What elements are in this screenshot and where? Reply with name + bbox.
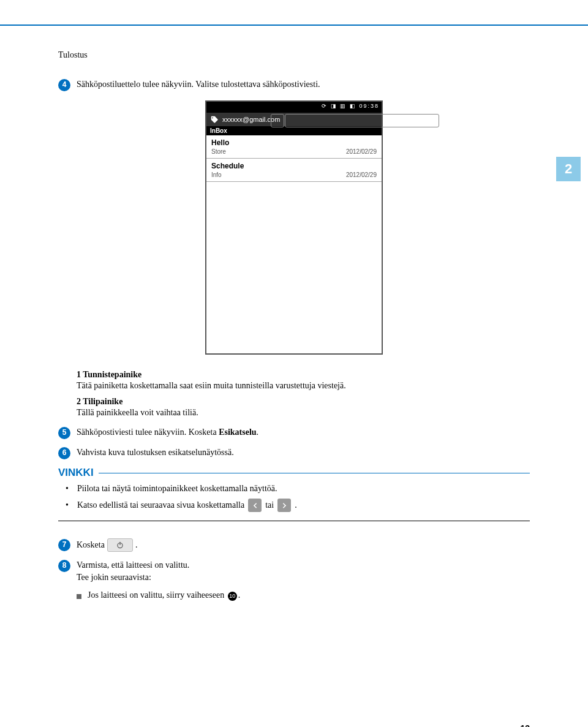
- mail-2-from: Info: [211, 171, 222, 178]
- page-number: 13: [520, 723, 530, 727]
- step-7: 7 Kosketa .: [58, 538, 530, 552]
- screenshot-figure: 1 2 ⟳ ◨ ▥ ◧ 09:38 xxxxxx@gmail.com: [58, 100, 530, 355]
- step-4: 4 Sähköpostiluettelo tulee näkyviin. Val…: [58, 78, 530, 91]
- phone-body-blank: [206, 182, 382, 353]
- status-icons: ⟳ ◨ ▥ ◧ 09:38: [322, 103, 379, 109]
- step-8: 8 Varmista, että laitteesi on valittu. T…: [58, 559, 530, 583]
- vinkki-rule: [99, 473, 530, 473]
- vinkki-item-1: Piilota tai näytä toimintopainikkeet kos…: [66, 484, 530, 494]
- print-power-icon[interactable]: [107, 538, 133, 552]
- step-8-bullet: 8: [58, 560, 70, 572]
- inbox-label: InBox: [206, 126, 382, 135]
- mail-item-2[interactable]: Schedule Info 2012/02/29: [206, 159, 382, 182]
- step-5-bullet: 5: [58, 427, 70, 439]
- definition-1-body: Tätä painiketta koskettamalla saat esiin…: [77, 381, 530, 391]
- definition-1: 1 Tunnistepainike Tätä painiketta kosket…: [77, 370, 530, 391]
- mail-2-date: 2012/02/29: [346, 171, 377, 178]
- ref-step-10: 10: [228, 592, 237, 601]
- account-bar[interactable]: xxxxxx@gmail.com: [206, 113, 382, 126]
- definition-2-body: Tällä painikkeella voit vaihtaa tiliä.: [77, 408, 530, 418]
- definition-2-head: 2 Tilipainike: [77, 397, 530, 407]
- step-6-text: Vahvista kuva tulostuksen esikatselunäyt…: [77, 446, 530, 459]
- step-5: 5 Sähköpostiviesti tulee näkyviin. Koske…: [58, 426, 530, 439]
- status-bar: ⟳ ◨ ▥ ◧ 09:38: [206, 102, 382, 113]
- step-6-bullet: 6: [58, 447, 70, 459]
- step-6: 6 Vahvista kuva tulostuksen esikatselunä…: [58, 446, 530, 459]
- svg-rect-1: [119, 542, 120, 545]
- mail-1-from: Store: [211, 148, 226, 155]
- step-4-text: Sähköpostiluettelo tulee näkyviin. Valit…: [77, 78, 530, 91]
- account-email[interactable]: xxxxxx@gmail.com: [222, 116, 280, 123]
- next-page-icon[interactable]: [277, 499, 291, 512]
- mail-1-date: 2012/02/29: [346, 148, 377, 155]
- vinkki-item-2: Katso edellistä tai seuraavaa sivua kosk…: [66, 499, 530, 512]
- definition-2: 2 Tilipainike Tällä painikkeella voit va…: [77, 397, 530, 418]
- top-rule: [0, 24, 588, 26]
- callout-definitions: 1 Tunnistepainike Tätä painiketta kosket…: [77, 370, 530, 418]
- status-time: 09:38: [359, 103, 379, 109]
- tag-icon[interactable]: [210, 115, 219, 124]
- step-5-text: Sähköpostiviesti tulee näkyviin. Kosketa…: [77, 426, 530, 439]
- vinkki-title: VINKKI: [58, 467, 94, 479]
- mail-1-subject: Hello: [211, 138, 377, 147]
- phone-mockup: ⟳ ◨ ▥ ◧ 09:38 xxxxxx@gmail.com InBox Hel…: [205, 100, 383, 355]
- step-4-bullet: 4: [58, 79, 70, 91]
- mail-2-subject: Schedule: [211, 162, 377, 170]
- section-title: Tulostus: [58, 50, 530, 60]
- chapter-side-tab: 2: [556, 157, 581, 181]
- step-7-text: Kosketa .: [77, 538, 530, 552]
- square-bullet-icon: [77, 594, 81, 599]
- vinkki-bottom-rule: [58, 521, 530, 521]
- step-8-subitem: Jos laitteesi on valittu, siirry vaihees…: [77, 590, 530, 601]
- mail-item-1[interactable]: Hello Store 2012/02/29: [206, 135, 382, 159]
- vinkki-note: VINKKI Piilota tai näytä toimintopainikk…: [58, 467, 530, 521]
- definition-1-head: 1 Tunnistepainike: [77, 370, 530, 380]
- status-icon-row: ⟳ ◨ ▥ ◧: [322, 103, 356, 109]
- step-8-text: Varmista, että laitteesi on valittu. Tee…: [77, 559, 530, 583]
- step-7-bullet: 7: [58, 539, 70, 551]
- prev-page-icon[interactable]: [248, 499, 262, 512]
